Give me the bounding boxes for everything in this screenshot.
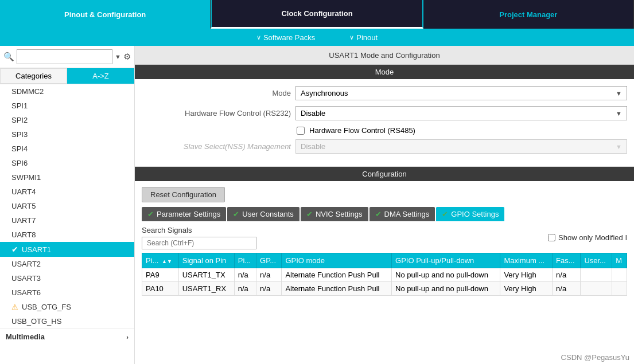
col-pin[interactable]: Pi... ▲▼: [142, 253, 179, 268]
signal-search-input[interactable]: [142, 237, 256, 249]
check-icon: ✔: [11, 245, 18, 254]
mode-select[interactable]: Asynchronous ▼: [295, 86, 627, 100]
sub-nav: ∨ Software Packs ∨ Pinout: [0, 29, 634, 46]
search-icon: 🔍: [3, 52, 14, 62]
gpio-table: Pi... ▲▼ Signal on Pin Pi...: [142, 253, 627, 296]
mode-label: Mode: [142, 89, 291, 97]
chevron-down-icon: ∨: [349, 34, 354, 41]
sidebar-item-usart2[interactable]: USART2: [0, 257, 134, 271]
tab-gpio-settings[interactable]: ✔ GPIO Settings: [436, 207, 504, 221]
sidebar-list: SDMMC2 SPI1 SPI2 SPI3 SPI4 SPI6 SWPMI1 U…: [0, 84, 134, 364]
sidebar-item-uart4[interactable]: UART4: [0, 185, 134, 199]
tab-nvic-settings[interactable]: ✔ NVIC Settings: [301, 207, 368, 221]
sidebar-item-sdmmc2[interactable]: SDMMC2: [0, 84, 134, 99]
sub-nav-software-packs[interactable]: ∨ Software Packs: [256, 33, 315, 42]
sidebar-item-spi2[interactable]: SPI2: [0, 113, 134, 127]
chevron-right-icon: ›: [126, 334, 129, 340]
sidebar-item-usb-otg-hs[interactable]: USB_OTG_HS: [0, 314, 134, 328]
nav-clock-config[interactable]: Clock Configuration: [211, 0, 423, 29]
mode-section-header: Mode: [135, 65, 634, 79]
table-row[interactable]: PA9USART1_TXn/an/aAlternate Function Pus…: [142, 268, 627, 282]
content-area: USART1 Mode and Configuration Mode Mode …: [135, 46, 634, 364]
slave-select-row: Slave Select(NSS) Management Disable ▼: [142, 139, 627, 154]
sidebar-item-spi3[interactable]: SPI3: [0, 127, 134, 142]
search-signals-label: Search Signals: [142, 226, 256, 249]
chevron-down-icon: ▼: [616, 110, 622, 117]
reset-configuration-button[interactable]: Reset Configuration: [142, 187, 225, 202]
hardware-flow-rs485-row: Hardware Flow Control (RS485): [297, 126, 627, 135]
hardware-flow-rs232-select[interactable]: Disable ▼: [295, 106, 627, 120]
show-modified-row: Show only Modified I: [548, 233, 627, 242]
sidebar-item-spi6[interactable]: SPI6: [0, 156, 134, 170]
chevron-down-icon: ▼: [616, 90, 622, 97]
check-icon: ✔: [306, 210, 313, 218]
check-icon: ✔: [442, 210, 448, 218]
col-pi2[interactable]: Pi...: [234, 253, 256, 268]
hardware-flow-rs485-checkbox[interactable]: [297, 127, 305, 135]
col-user[interactable]: User...: [581, 253, 612, 268]
sidebar-tabs: Categories A->Z: [0, 68, 134, 84]
sidebar-item-uart7[interactable]: UART7: [0, 213, 134, 228]
mode-row: Mode Asynchronous ▼: [142, 86, 627, 100]
sub-nav-pinout[interactable]: ∨ Pinout: [349, 33, 378, 42]
col-signal[interactable]: Signal on Pin: [178, 253, 234, 268]
sidebar-group-multimedia[interactable]: Multimedia ›: [0, 328, 134, 345]
col-m[interactable]: M: [612, 253, 627, 268]
signal-search: [142, 237, 256, 249]
nav-pinout-config[interactable]: Pinout & Configuration: [0, 0, 211, 29]
watermark: CSDN @PegasusYu: [561, 353, 629, 362]
tab-parameter-settings[interactable]: ✔ Parameter Settings: [142, 207, 226, 221]
col-maximum[interactable]: Maximum ...: [500, 253, 553, 268]
main-layout: 🔍 ▼ ⚙ Categories A->Z SDMMC2 SPI1 SPI2: [0, 46, 634, 364]
sidebar: 🔍 ▼ ⚙ Categories A->Z SDMMC2 SPI1 SPI2: [0, 46, 135, 364]
sidebar-item-usart6[interactable]: USART6: [0, 285, 134, 300]
sidebar-item-spi1[interactable]: SPI1: [0, 99, 134, 113]
top-nav: Pinout & Configuration Clock Configurati…: [0, 0, 634, 29]
hardware-flow-rs485-label: Hardware Flow Control (RS485): [309, 126, 415, 135]
col-gpio-pull[interactable]: GPIO Pull-up/Pull-down: [392, 253, 500, 268]
chevron-down-icon: ▼: [616, 143, 622, 150]
chevron-down-icon: ▼: [115, 53, 121, 60]
sidebar-item-usart3[interactable]: USART3: [0, 271, 134, 285]
slave-select-label: Slave Select(NSS) Management: [142, 142, 291, 151]
search-input[interactable]: [17, 49, 112, 64]
check-icon: ✔: [375, 210, 382, 218]
chevron-down-icon: ∨: [256, 34, 261, 41]
col-gpio-mode[interactable]: GPIO mode: [282, 253, 392, 268]
tab-a-z[interactable]: A->Z: [67, 68, 134, 84]
check-icon: ✔: [233, 210, 239, 218]
tab-categories[interactable]: Categories: [0, 68, 67, 84]
sidebar-item-uart8[interactable]: UART8: [0, 228, 134, 242]
config-tabs: ✔ Parameter Settings ✔ User Constants ✔ …: [142, 207, 627, 221]
search-bar: 🔍 ▼ ⚙: [0, 46, 134, 68]
mode-section: Mode Asynchronous ▼ Hardware Flow Contro…: [135, 79, 634, 167]
content-title: USART1 Mode and Configuration: [135, 46, 634, 65]
nav-project-manager[interactable]: Project Manager: [423, 0, 634, 29]
check-icon: ✔: [147, 210, 154, 218]
tab-dma-settings[interactable]: ✔ DMA Settings: [369, 207, 435, 221]
config-section: Reset Configuration ✔ Parameter Settings…: [135, 181, 634, 364]
table-row[interactable]: PA10USART1_RXn/an/aAlternate Function Pu…: [142, 282, 627, 296]
sidebar-item-usb-otg-fs[interactable]: ⚠ USB_OTG_FS: [0, 300, 134, 314]
config-section-header: Configuration: [135, 167, 634, 181]
show-modified-checkbox[interactable]: [548, 234, 555, 241]
search-signals-row: Search Signals Show only Modified I: [142, 226, 627, 249]
hardware-flow-rs232-row: Hardware Flow Control (RS232) Disable ▼: [142, 106, 627, 120]
reset-btn-row: Reset Configuration: [142, 187, 627, 202]
sidebar-item-swpmi1[interactable]: SWPMI1: [0, 170, 134, 185]
hardware-flow-rs232-label: Hardware Flow Control (RS232): [142, 109, 291, 118]
sidebar-item-spi4[interactable]: SPI4: [0, 142, 134, 156]
col-gp[interactable]: GP...: [256, 253, 282, 268]
sidebar-item-usart1[interactable]: ✔ USART1: [0, 242, 134, 257]
gear-icon[interactable]: ⚙: [123, 52, 131, 62]
sort-icon: ▲▼: [162, 259, 172, 264]
col-fas[interactable]: Fas...: [553, 253, 581, 268]
warning-icon: ⚠: [11, 303, 18, 311]
tab-user-constants[interactable]: ✔ User Constants: [227, 207, 300, 221]
sidebar-item-uart5[interactable]: UART5: [0, 199, 134, 213]
slave-select-select: Disable ▼: [295, 139, 627, 154]
content-scroll: Mode Mode Asynchronous ▼ Hardware Flow: [135, 65, 634, 364]
gpio-area: Search Signals Show only Modified I: [135, 221, 634, 364]
